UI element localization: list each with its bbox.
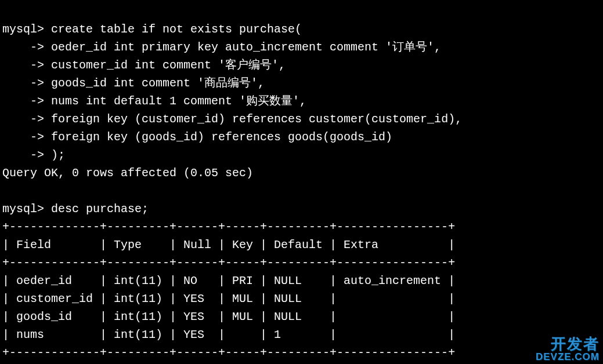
sql-line: -> customer_id int comment '客户编号', [2,59,286,72]
table-row: | nums | int(11) | YES | | 1 | | [2,328,455,341]
sql-line: mysql> desc purchase; [2,202,149,216]
sql-create-line-7: ); [51,148,65,162]
sql-line: -> oeder_id int primary key auto_increme… [2,41,441,54]
mysql-prompt: mysql> [2,202,51,216]
table-row: | oeder_id | int(11) | NO | PRI | NULL |… [2,274,455,287]
table-header-row: | Field | Type | Null | Key | Default | … [2,238,455,252]
sql-create-line-5: foreign key (customer_id) references cus… [51,112,462,126]
mysql-prompt: mysql> [2,23,51,36]
sql-line: -> foreign key (goods_id) references goo… [2,130,392,144]
sql-line: mysql> create table if not exists purcha… [2,23,302,36]
mysql-cont-prompt: -> [2,130,51,144]
table-row: | customer_id | int(11) | YES | MUL | NU… [2,292,455,305]
mysql-cont-prompt: -> [2,94,51,108]
table-border: +-------------+---------+------+-----+--… [2,256,455,270]
sql-create-line-2: customer_id int comment '客户编号', [51,59,286,72]
sql-create-line-0: create table if not exists purchase( [51,23,302,36]
table-border: +-------------+---------+------+-----+--… [2,346,455,359]
query-result: Query OK, 0 rows affected (0.05 sec) [2,166,253,180]
sql-desc-cmd: desc purchase; [51,202,149,216]
sql-line: -> nums int default 1 comment '购买数量', [2,94,306,108]
mysql-cont-prompt: -> [2,148,51,162]
sql-line: -> ); [2,148,65,162]
table-border: +-------------+---------+------+-----+--… [2,220,455,234]
sql-create-line-4: nums int default 1 comment '购买数量', [51,94,306,108]
mysql-cont-prompt: -> [2,77,51,90]
mysql-cont-prompt: -> [2,112,51,126]
sql-line: -> goods_id int comment '商品编号', [2,77,265,90]
terminal-output: mysql> create table if not exists purcha… [2,2,601,364]
table-row: | goods_id | int(11) | YES | MUL | NULL … [2,310,455,323]
mysql-cont-prompt: -> [2,41,51,54]
sql-create-line-1: oeder_id int primary key auto_increment … [51,41,441,54]
sql-line: -> foreign key (customer_id) references … [2,112,462,126]
sql-create-line-3: goods_id int comment '商品编号', [51,77,265,90]
sql-create-line-6: foreign key (goods_id) references goods(… [51,130,392,144]
mysql-cont-prompt: -> [2,59,51,72]
